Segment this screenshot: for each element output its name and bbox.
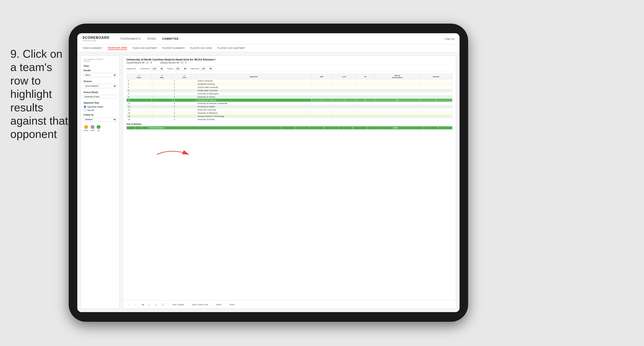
cell-tie	[356, 118, 374, 121]
cell-rank: 6	[127, 89, 152, 92]
subnav-player-h2h-grid[interactable]: PLAYER H2H GRID	[190, 47, 212, 50]
cell-reg: -	[151, 102, 172, 105]
table-row[interactable]: 16-3University of Florida	[127, 118, 452, 121]
radio-opponents-played[interactable]: Opponents Played	[84, 105, 116, 108]
subnav-player-summary[interactable]: PLAYER SUMMARY	[162, 47, 185, 50]
legend-down-dot	[84, 125, 88, 129]
clock-btn[interactable]: ◯	[160, 303, 165, 306]
cell-loss	[332, 86, 356, 89]
undo-btn[interactable]: ←	[126, 303, 131, 306]
copy-btn[interactable]: □	[147, 303, 151, 306]
table-row[interactable]: 13-1Texas Tech University	[127, 108, 452, 111]
logo-title: SCOREBOARD	[82, 36, 110, 40]
subnav-team-summary[interactable]: TEAM SUMMARY	[82, 47, 102, 50]
team-label: Team	[84, 65, 116, 67]
subnav-team-h2h-grid[interactable]: TEAM H2H GRID	[108, 46, 127, 50]
cell-diff: 2.61	[374, 99, 420, 102]
table-row[interactable]: 9-3University of Arizona	[127, 95, 452, 99]
logo-area: SCOREBOARD Powered by clippi	[82, 36, 110, 42]
left-panel: Last Updated: 27/03/2024 16:55:38 Team G…	[81, 55, 120, 309]
table-row[interactable]: 3-2Vanderbilt University	[127, 83, 452, 86]
table-row[interactable]: 11-5University of Alabama3002.618	[127, 99, 452, 102]
cell-conf: 2	[172, 111, 196, 115]
cell-loss	[332, 89, 356, 92]
save-custom-btn[interactable]: Save Custom View	[191, 303, 210, 306]
table-row[interactable]: 6-2Florida State University	[127, 89, 452, 92]
cell-loss	[332, 83, 356, 86]
legend: Down Level Up	[84, 125, 116, 131]
cell-rank: 15	[127, 115, 152, 118]
cell-reg: -	[151, 115, 172, 118]
cell-loss	[332, 92, 356, 95]
out-of-division-row[interactable]: NCAA Division II 1 0 0 26.00 3	[127, 126, 452, 130]
cell-win	[311, 79, 332, 83]
cell-conf: 1	[172, 108, 196, 111]
gender-select[interactable]: Men's	[84, 73, 116, 77]
paste-btn[interactable]: ▢	[154, 303, 158, 306]
cell-rounds	[420, 111, 452, 115]
cell-conf: 1	[172, 79, 196, 83]
cell-rank: 11	[127, 102, 152, 105]
cell-reg: -	[151, 86, 172, 89]
cell-opponent: University of Virginia	[196, 105, 311, 108]
table-row[interactable]: 12-3University of Virginia	[127, 105, 452, 108]
cell-reg: -	[151, 105, 172, 108]
legend-up-label: Up	[97, 129, 100, 131]
conference-select[interactable]: (All)	[151, 67, 164, 70]
redo-btn[interactable]: →	[134, 303, 138, 306]
nav-link-tournaments[interactable]: TOURNAMENTS	[120, 37, 141, 40]
colour-by-select[interactable]: Win/loss	[84, 117, 116, 122]
region-select[interactable]: (All)	[174, 67, 187, 70]
back-btn[interactable]: ◀	[141, 303, 145, 306]
cell-opponent: Auburn University	[196, 79, 311, 83]
subnav-player-h2h-heatmap[interactable]: PLAYER H2H HEATMAP	[217, 47, 245, 50]
cell-rounds	[420, 92, 452, 95]
table-row[interactable]: 15-4Georgia Institute of Technology	[127, 115, 452, 118]
view-original-btn[interactable]: View: Original	[171, 303, 185, 306]
subnav-team-h2h-heatmap[interactable]: TEAM H2H HEATMAP	[132, 47, 157, 50]
main-content: Last Updated: 27/03/2024 16:55:38 Team G…	[77, 52, 460, 312]
opponent-select[interactable]: (All)	[200, 67, 212, 70]
cell-win	[311, 95, 332, 99]
watch-btn[interactable]: Watch	[215, 303, 223, 306]
cell-reg: -	[151, 95, 172, 99]
division-record: Division Record: 88 - 17 - 0	[160, 61, 186, 64]
cell-win	[311, 115, 332, 118]
cell-opponent: University of Arkansas, Fayetteville	[196, 102, 311, 105]
cell-loss	[332, 95, 356, 99]
nav-bar: SCOREBOARD Powered by clippi TOURNAMENTS…	[77, 33, 460, 44]
cell-tie	[356, 115, 374, 118]
cell-tie	[356, 108, 374, 111]
sign-out-link[interactable]: | Sign out	[444, 37, 454, 40]
legend-up-dot	[97, 125, 100, 129]
cell-rank: 3	[127, 83, 152, 86]
cell-diff	[374, 105, 420, 108]
cell-win	[311, 86, 332, 89]
nav-link-committee[interactable]: COMMITTEE	[162, 37, 179, 40]
cell-tie	[356, 105, 374, 108]
cell-opponent: Georgia Institute of Technology	[196, 115, 311, 118]
ood-tie: 0	[338, 126, 367, 130]
division-select[interactable]: NCAA Division I	[84, 84, 116, 88]
cell-win	[311, 89, 332, 92]
table-row[interactable]: 14-2University of Oklahoma	[127, 111, 452, 115]
school-input[interactable]	[84, 95, 116, 99]
table-row[interactable]: 2-1Auburn University	[127, 79, 452, 83]
radio-top100[interactable]: Top 100	[84, 109, 116, 111]
cell-reg: -	[151, 108, 172, 111]
table-row[interactable]: 4-1Arizona State University	[127, 86, 452, 89]
cell-diff	[374, 83, 420, 86]
grid-records: Overall Record: 89 - 17 - 0 Division Rec…	[126, 61, 452, 64]
cell-win	[311, 83, 332, 86]
data-table-wrapper: #Rank #Reg #Conf Opponent Win Loss Tie D…	[123, 72, 456, 300]
nav-link-teams[interactable]: TEAMS	[147, 37, 156, 40]
cell-reg: -	[151, 111, 172, 115]
cell-opponent: University of Oklahoma	[196, 111, 311, 115]
cell-rounds	[420, 102, 452, 105]
cell-rounds	[420, 83, 452, 86]
table-row[interactable]: 11-6University of Arkansas, Fayetteville	[127, 102, 452, 105]
cell-tie	[356, 102, 374, 105]
share-btn[interactable]: Share	[228, 303, 236, 306]
table-header-row: #Rank #Reg #Conf Opponent Win Loss Tie D…	[127, 74, 452, 79]
table-row[interactable]: 8-2University of Washington	[127, 92, 452, 95]
